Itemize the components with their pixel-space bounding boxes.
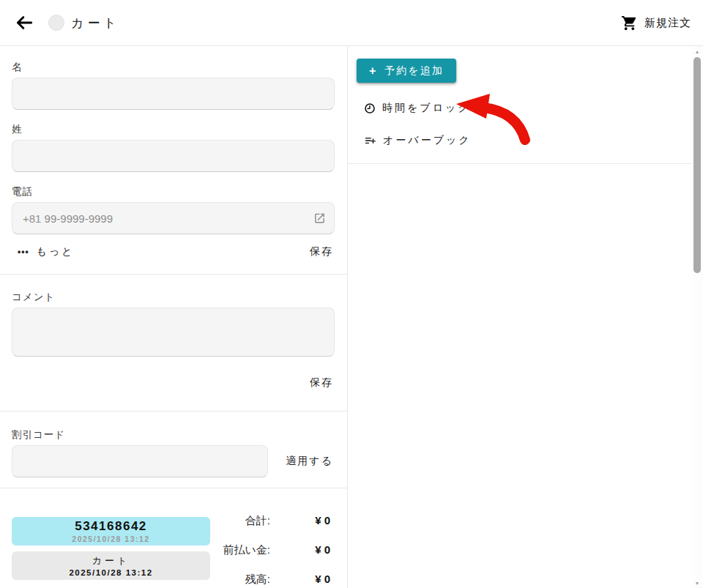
overbook-playlist-add-icon [364,135,376,146]
new-order-button[interactable]: 新規注文 [621,15,691,31]
discount-section: 割引コード 適用する [0,412,347,488]
summary-section: 534168642 2025/10/28 13:12 カート 2025/10/2… [0,488,347,588]
last-name-label: 姓 [12,123,335,136]
discount-label: 割引コード [12,428,335,442]
cart-card-datetime: 2025/10/28 13:12 [69,568,152,577]
cart-details-panel: 名 姓 電話 [0,46,348,588]
external-link-icon[interactable] [313,212,326,225]
order-number-card[interactable]: 534168642 2025/10/28 13:12 [12,517,210,546]
order-datetime: 2025/10/28 13:12 [72,535,149,543]
more-label: もっと [37,245,75,258]
balance-value: ¥ 0 [270,573,330,585]
customer-save-button[interactable]: 保存 [308,242,335,261]
prepaid-label: 前払い金: [210,543,270,557]
cart-card[interactable]: カート 2025/10/28 13:12 [12,551,210,580]
scrollbar-up-arrow[interactable]: ▲ [691,46,703,56]
customer-form-section: 名 姓 電話 [0,46,347,275]
booking-actions-panel: + 予約を追加 時間をブロック [348,46,703,588]
page-title: カート [71,15,120,31]
header: カート 新規注文 [0,0,703,46]
add-booking-button[interactable]: + 予約を追加 [357,59,456,83]
cart-page: カート 新規注文 名 姓 [0,0,703,588]
order-number: 534168642 [75,519,147,534]
comment-textarea[interactable] [12,308,335,357]
back-arrow-icon [15,13,34,32]
add-booking-label: 予約を追加 [384,64,443,78]
avatar [48,15,64,31]
block-time-button[interactable]: 時間をブロック [364,102,471,115]
prepaid-value: ¥ 0 [270,543,330,556]
phone-input[interactable] [12,202,335,234]
total-value: ¥ 0 [270,514,330,526]
total-row: 前払い金: ¥ 0 [210,543,335,557]
scrollbar: ▲ ▼ [691,46,703,588]
total-row: 合計: ¥ 0 [210,514,335,528]
total-row: 残高: ¥ 0 [210,573,335,587]
scrollbar-thumb[interactable] [693,57,701,273]
overbook-label: オーバーブック [383,134,472,147]
first-name-input[interactable] [12,78,335,110]
back-button[interactable] [13,12,35,34]
comment-section: コメント 保存 [0,275,347,412]
plus-icon: + [369,65,377,77]
last-name-input[interactable] [12,140,335,172]
cart-icon [621,15,638,31]
scrollbar-down-arrow[interactable]: ▼ [691,578,703,588]
first-name-label: 名 [12,61,335,74]
totals: 合計: ¥ 0 前払い金: ¥ 0 残高: ¥ 0 [210,517,335,588]
clock-icon [364,103,376,114]
cart-card-label: カート [92,554,130,567]
total-label: 合計: [210,514,270,528]
discount-code-input[interactable] [12,445,268,477]
more-button[interactable]: ••• もっと [12,245,75,258]
phone-label: 電話 [12,185,335,198]
block-time-label: 時間をブロック [382,102,471,115]
balance-label: 残高: [210,573,270,587]
comment-save-button[interactable]: 保存 [308,373,335,392]
new-order-label: 新規注文 [644,16,691,30]
apply-discount-button[interactable]: 適用する [284,452,335,471]
comment-label: コメント [12,291,335,304]
overbook-button[interactable]: オーバーブック [364,134,472,147]
more-ellipsis-icon: ••• [18,247,29,257]
